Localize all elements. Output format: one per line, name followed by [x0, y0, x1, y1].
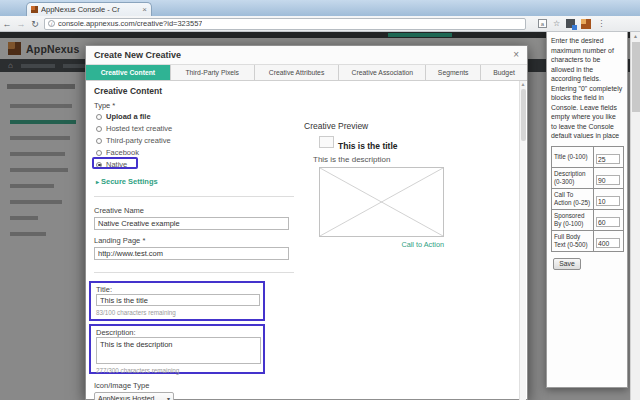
tab-close-icon[interactable]: × — [142, 6, 147, 14]
image-cross-icon — [320, 168, 443, 236]
type-option-hosted-text[interactable]: Hosted text creative — [96, 124, 172, 133]
divider — [94, 272, 294, 273]
preview-cta-link[interactable]: Call to Action — [319, 240, 444, 249]
cta-limit-input[interactable] — [596, 196, 620, 206]
icon-image-type-label: Icon/Image Type — [94, 381, 149, 390]
save-button[interactable]: Save — [553, 258, 581, 270]
title-field-highlight: Title: 83/100 characters remaining — [89, 281, 265, 321]
icon-image-type-select[interactable]: AppNexus Hosted ▾ — [94, 392, 174, 400]
description-limit-input[interactable] — [596, 175, 620, 185]
page-info-icon[interactable]: i — [48, 20, 55, 27]
native-option-highlight — [92, 157, 138, 169]
radio-icon[interactable] — [96, 138, 102, 144]
browser-tab[interactable]: AppNexus Console - Cr × — [26, 2, 152, 16]
preview-icon-placeholder — [319, 136, 334, 148]
field-label: Call To Action (0-25) — [552, 188, 594, 209]
tab-title: AppNexus Console - Cr — [41, 5, 139, 14]
address-bar[interactable]: i console.appnexus.com/creative?id=32355… — [44, 18, 526, 30]
tab-creative-association[interactable]: Creative Association — [339, 65, 426, 80]
appnexus-extension-icon[interactable] — [581, 19, 591, 29]
description-label: Description: — [96, 328, 136, 337]
type-option-upload[interactable]: Upload a file — [96, 112, 151, 121]
landing-page-label: Landing Page * — [94, 236, 145, 245]
field-label: Title (0-100) — [552, 146, 594, 167]
modal-tab-bar: Creative Content Third-Party Pixels Crea… — [86, 65, 527, 81]
tab-creative-content[interactable]: Creative Content — [86, 65, 171, 80]
title-limit-input[interactable] — [596, 154, 620, 164]
expand-icon: ▸ — [96, 179, 99, 185]
appnexus-favicon-icon — [31, 6, 38, 13]
description-textarea[interactable]: This is the description — [96, 337, 261, 364]
browser-toolbar: ← → ↻ i console.appnexus.com/creative?id… — [0, 16, 640, 32]
scrollbar-thumb[interactable] — [521, 89, 526, 141]
type-label: Type * — [94, 101, 115, 110]
field-label: Full Body Text (0-500) — [552, 230, 594, 251]
tab-creative-attributes[interactable]: Creative Attributes — [255, 65, 340, 80]
radio-icon[interactable] — [96, 114, 102, 120]
secure-settings-link[interactable]: ▸Secure Settings — [96, 177, 158, 186]
bookmark-star-icon[interactable]: ☆ — [553, 19, 560, 29]
table-row: Call To Action (0-25) — [552, 188, 624, 209]
tab-third-party-pixels[interactable]: Third-Party Pixels — [171, 65, 255, 80]
page-scrollbar[interactable]: ▲ — [630, 32, 640, 400]
modal-title: Create New Creative — [94, 50, 181, 60]
modal-scrollbar[interactable]: ▲ — [519, 81, 526, 400]
type-option-facebook[interactable]: Facebook — [96, 148, 139, 157]
title-counter: 83/100 characters remaining — [96, 309, 176, 316]
radio-icon[interactable] — [96, 126, 102, 132]
creative-name-input[interactable] — [94, 217, 289, 230]
extension-popup: Enter the desired maximum number of char… — [546, 30, 628, 388]
preview-image-placeholder — [319, 167, 444, 237]
full-body-limit-input[interactable] — [596, 238, 620, 248]
creative-name-label: Creative Name — [94, 206, 144, 215]
radio-icon[interactable] — [96, 150, 102, 156]
modal-body: Creative Content Type * Upload a file Ho… — [86, 81, 527, 400]
reading-mode-icon[interactable]: a — [538, 19, 547, 28]
tab-budget[interactable]: Budget — [481, 65, 527, 80]
tab-segments[interactable]: Segments — [426, 65, 481, 80]
refresh-icon[interactable]: ↻ — [28, 19, 42, 29]
field-label: Description (0-300) — [552, 167, 594, 188]
table-row: Sponsored By (0-100) — [552, 209, 624, 230]
chevron-down-icon: ▾ — [167, 395, 170, 400]
url-text: console.appnexus.com/creative?id=323557 — [58, 19, 202, 28]
preview-title: This is the title — [338, 141, 478, 151]
divider — [94, 196, 294, 197]
close-icon[interactable]: × — [513, 50, 519, 60]
browser-window: AppNexus Console - Cr × ← → ↻ i console.… — [0, 0, 640, 400]
preview-description: This is the description — [313, 155, 483, 164]
preview-heading: Creative Preview — [304, 121, 368, 131]
table-row: Full Body Text (0-500) — [552, 230, 624, 251]
forward-icon[interactable]: → — [14, 19, 28, 29]
section-title: Creative Content — [94, 86, 162, 96]
table-row: Title (0-100) — [552, 146, 624, 167]
title-input[interactable] — [96, 294, 260, 306]
scroll-up-icon[interactable]: ▲ — [520, 81, 526, 88]
modal-header: Create New Creative × — [86, 46, 527, 65]
window-titlebar: AppNexus Console - Cr × — [0, 0, 640, 16]
field-label: Sponsored By (0-100) — [552, 209, 594, 230]
description-counter: 277/300 characters remaining — [96, 367, 179, 374]
create-creative-modal: Create New Creative × Creative Content T… — [85, 45, 528, 400]
description-field-highlight: Description: This is the description 277… — [89, 324, 265, 374]
popup-instructions: Enter the desired maximum number of char… — [551, 36, 623, 141]
chrome-menu-icon[interactable]: ⋮ — [597, 19, 605, 29]
sponsored-by-limit-input[interactable] — [596, 217, 620, 227]
title-label: Title: — [96, 285, 112, 294]
landing-page-input[interactable] — [94, 247, 289, 260]
type-option-third-party[interactable]: Third-party creative — [96, 136, 171, 145]
char-limit-table: Title (0-100) Description (0-300) Call T… — [551, 146, 624, 252]
table-row: Description (0-300) — [552, 167, 624, 188]
back-icon[interactable]: ← — [0, 19, 14, 29]
scroll-up-icon[interactable]: ▲ — [631, 32, 640, 41]
scrollbar-thumb[interactable] — [632, 42, 640, 112]
extension-icon[interactable] — [566, 19, 575, 28]
